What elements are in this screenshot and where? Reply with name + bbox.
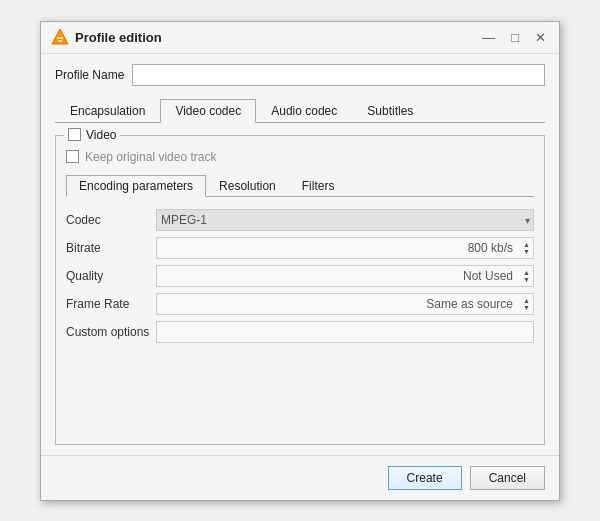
video-legend-label: Video xyxy=(86,128,116,142)
title-bar: Profile edition — □ ✕ xyxy=(41,22,559,54)
bitrate-label: Bitrate xyxy=(66,241,156,255)
profile-name-label: Profile Name xyxy=(55,68,124,82)
cancel-button[interactable]: Cancel xyxy=(470,466,545,490)
video-checkbox[interactable] xyxy=(68,128,81,141)
svg-rect-1 xyxy=(57,37,63,39)
tab-encapsulation[interactable]: Encapsulation xyxy=(55,99,160,123)
custom-options-input[interactable] xyxy=(156,321,534,343)
svg-rect-2 xyxy=(58,40,62,42)
window-title: Profile edition xyxy=(75,30,162,45)
vlc-icon xyxy=(51,28,69,46)
bitrate-input[interactable] xyxy=(156,237,534,259)
bitrate-input-wrap: ▲ ▼ xyxy=(156,237,534,259)
params-grid: Codec MPEG-1 MPEG-2 H.264 H.265 ▾ Bitrat… xyxy=(66,209,534,343)
frame-rate-input-wrap: ▲ ▼ xyxy=(156,293,534,315)
sub-tabs: Encoding parameters Resolution Filters xyxy=(66,174,534,197)
profile-name-input[interactable] xyxy=(132,64,545,86)
quality-down-button[interactable]: ▼ xyxy=(521,276,532,283)
custom-options-label: Custom options xyxy=(66,325,156,339)
tab-subtitles[interactable]: Subtitles xyxy=(352,99,428,123)
quality-up-button[interactable]: ▲ xyxy=(521,269,532,276)
title-bar-left: Profile edition xyxy=(51,28,162,46)
minimize-button[interactable]: — xyxy=(479,31,498,44)
codec-select-wrap: MPEG-1 MPEG-2 H.264 H.265 ▾ xyxy=(156,209,534,231)
create-button[interactable]: Create xyxy=(388,466,462,490)
bitrate-down-button[interactable]: ▼ xyxy=(521,248,532,255)
close-button[interactable]: ✕ xyxy=(532,31,549,44)
bitrate-spinner: ▲ ▼ xyxy=(521,238,532,258)
profile-name-row: Profile Name xyxy=(55,64,545,86)
tab-audio-codec[interactable]: Audio codec xyxy=(256,99,352,123)
frame-rate-up-button[interactable]: ▲ xyxy=(521,297,532,304)
video-group: Video Keep original video track Encoding… xyxy=(55,135,545,445)
main-window: Profile edition — □ ✕ Profile Name Encap… xyxy=(40,21,560,501)
keep-original-label: Keep original video track xyxy=(85,150,216,164)
sub-tab-filters[interactable]: Filters xyxy=(289,175,348,197)
custom-options-input-wrap xyxy=(156,321,534,343)
footer: Create Cancel xyxy=(41,455,559,500)
main-tabs: Encapsulation Video codec Audio codec Su… xyxy=(55,98,545,123)
keep-original-row: Keep original video track xyxy=(66,150,534,164)
frame-rate-spinner: ▲ ▼ xyxy=(521,294,532,314)
quality-label: Quality xyxy=(66,269,156,283)
quality-input[interactable] xyxy=(156,265,534,287)
quality-spinner: ▲ ▼ xyxy=(521,266,532,286)
frame-rate-input[interactable] xyxy=(156,293,534,315)
codec-select[interactable]: MPEG-1 MPEG-2 H.264 H.265 xyxy=(156,209,534,231)
codec-label: Codec xyxy=(66,213,156,227)
content-area: Profile Name Encapsulation Video codec A… xyxy=(41,54,559,455)
title-bar-controls: — □ ✕ xyxy=(479,31,549,44)
frame-rate-label: Frame Rate xyxy=(66,297,156,311)
sub-tab-encoding-params[interactable]: Encoding parameters xyxy=(66,175,206,197)
video-legend: Video xyxy=(64,128,120,142)
quality-input-wrap: ▲ ▼ xyxy=(156,265,534,287)
keep-original-checkbox[interactable] xyxy=(66,150,79,163)
frame-rate-down-button[interactable]: ▼ xyxy=(521,304,532,311)
tab-video-codec[interactable]: Video codec xyxy=(160,99,256,123)
bitrate-up-button[interactable]: ▲ xyxy=(521,241,532,248)
maximize-button[interactable]: □ xyxy=(508,31,522,44)
sub-tab-resolution[interactable]: Resolution xyxy=(206,175,289,197)
